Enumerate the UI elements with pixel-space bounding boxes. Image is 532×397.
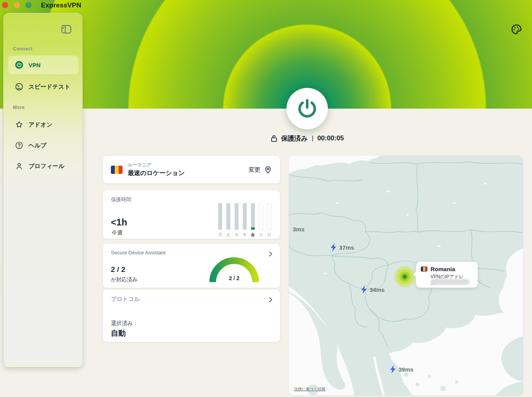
expressvpn-window: ExpressVPN Connect VPN bbox=[0, 0, 532, 397]
sidebar-item-help[interactable]: ヘルプ bbox=[8, 136, 78, 155]
location-pin-icon bbox=[264, 166, 272, 174]
sidebar-item-label: VPN bbox=[28, 62, 41, 68]
protection-time-card: 保護時間 <1h 今週 月 火 水 木 金 土 日 bbox=[103, 190, 280, 239]
close-window-button[interactable] bbox=[2, 2, 8, 8]
app-title: ExpressVPN bbox=[41, 2, 81, 9]
location-card[interactable]: ルーマニア 最速のロケーション 変更 bbox=[103, 156, 280, 184]
sidebar-item-label: ヘルプ bbox=[28, 142, 46, 149]
person-icon bbox=[15, 162, 23, 170]
sda-subtitle: が対応済み bbox=[111, 276, 137, 283]
vpn-ip-tooltip: Romania VPNのIPアドレス： bbox=[416, 262, 478, 288]
minimize-window-button[interactable] bbox=[14, 2, 20, 8]
day-label-today: 金 bbox=[251, 232, 255, 238]
sidebar-item-label: プロフィール bbox=[28, 163, 64, 170]
day-label: 月 bbox=[218, 232, 222, 238]
protocol-card-title: プロトコル bbox=[111, 295, 272, 303]
bar-fri-active bbox=[251, 203, 255, 230]
sidebar-section-more: More bbox=[13, 105, 25, 110]
bar-thu bbox=[243, 203, 247, 230]
help-icon bbox=[15, 141, 23, 150]
location-country: ルーマニア bbox=[128, 162, 185, 168]
romania-flag-icon bbox=[111, 166, 123, 174]
tooltip-country: Romania bbox=[431, 266, 455, 272]
latency-label: 39ms bbox=[399, 366, 413, 373]
sidebar-toggle-button[interactable] bbox=[61, 25, 71, 34]
weekly-protection-chart: 月 火 水 木 金 土 日 bbox=[218, 203, 271, 238]
sda-gauge-label: 2 / 2 bbox=[209, 275, 260, 281]
latency-label: 34ms bbox=[370, 286, 384, 293]
connection-status: 保護済み | 00:00:05 bbox=[229, 133, 385, 143]
day-label: 火 bbox=[226, 232, 230, 238]
sidebar: Connect VPN スピードテスト More アドオン bbox=[3, 13, 83, 368]
protocol-selected-label: 選択済み： bbox=[111, 320, 138, 327]
status-label: 保護済み bbox=[281, 134, 308, 143]
location-title: 最速のロケーション bbox=[128, 169, 185, 177]
map-attribution-link[interactable]: 法律に基づく情報 bbox=[294, 386, 326, 392]
latency-marker-athens: 39ms bbox=[390, 365, 413, 374]
latency-label: 37ms bbox=[339, 244, 354, 251]
day-label: 木 bbox=[243, 232, 247, 238]
day-label: 土 bbox=[259, 232, 263, 238]
protection-card-title: 保護時間 bbox=[111, 196, 272, 203]
protocol-value: 自動 bbox=[111, 328, 126, 338]
bar-tue bbox=[226, 203, 230, 230]
day-label: 水 bbox=[235, 232, 238, 238]
power-icon bbox=[15, 61, 23, 69]
sidebar-section-connect: Connect bbox=[13, 46, 32, 52]
titlebar: ExpressVPN bbox=[0, 0, 532, 11]
vpn-power-button[interactable] bbox=[286, 88, 328, 129]
lightning-bolt-icon bbox=[390, 365, 396, 374]
theme-palette-button[interactable] bbox=[511, 23, 522, 35]
power-icon bbox=[296, 97, 318, 120]
day-label: 日 bbox=[267, 232, 271, 238]
status-timer: 00:00:05 bbox=[317, 134, 344, 142]
connected-location-marker bbox=[394, 266, 415, 287]
zoom-window-button[interactable] bbox=[25, 2, 32, 8]
change-location-button[interactable]: 変更 bbox=[249, 166, 272, 174]
bar-sat-upcoming bbox=[259, 203, 263, 230]
chevron-right-icon[interactable] bbox=[267, 250, 274, 258]
latency-label: 3ms bbox=[293, 226, 304, 232]
protection-period: 今週 bbox=[112, 229, 123, 236]
palette-icon bbox=[511, 23, 522, 35]
sda-value: 2 / 2 bbox=[111, 265, 125, 274]
sidebar-item-addons[interactable]: アドオン bbox=[8, 115, 78, 134]
protocol-card[interactable]: プロトコル 選択済み： 自動 bbox=[103, 289, 280, 342]
redacted-ip-value bbox=[431, 279, 470, 285]
status-separator: | bbox=[311, 134, 313, 142]
bar-wed bbox=[235, 203, 238, 230]
lock-icon bbox=[270, 134, 278, 142]
chevron-right-icon[interactable] bbox=[267, 296, 274, 304]
lightning-bolt-icon bbox=[330, 243, 337, 252]
sda-gauge: 2 / 2 bbox=[209, 255, 260, 283]
bar-mon bbox=[218, 203, 222, 230]
protection-value: <1h bbox=[111, 217, 127, 228]
secure-device-assistant-card[interactable]: Secure Device Assistant 2 / 2 が対応済み 2 / … bbox=[103, 243, 280, 288]
sidebar-item-label: スピードテスト bbox=[28, 83, 70, 91]
sidebar-item-speedtest[interactable]: スピードテスト bbox=[8, 77, 78, 96]
romania-flag-icon bbox=[421, 266, 427, 272]
latency-marker-belgrade: 34ms bbox=[361, 285, 384, 294]
latency-marker-prague: 3ms bbox=[293, 226, 304, 232]
sidebar-item-vpn[interactable]: VPN bbox=[8, 55, 78, 74]
lightning-bolt-icon bbox=[361, 285, 367, 294]
change-label: 変更 bbox=[249, 166, 260, 173]
map-card: 3ms 37ms 34ms 39ms R bbox=[289, 156, 523, 395]
sidebar-toggle-icon bbox=[61, 25, 71, 34]
sidebar-item-label: アドオン bbox=[28, 121, 52, 129]
sidebar-item-profile[interactable]: プロフィール bbox=[8, 157, 78, 175]
star-icon bbox=[15, 120, 23, 129]
bar-sun-upcoming bbox=[267, 203, 271, 230]
speedometer-icon bbox=[15, 82, 23, 91]
latency-marker-budapest: 37ms bbox=[330, 243, 354, 252]
